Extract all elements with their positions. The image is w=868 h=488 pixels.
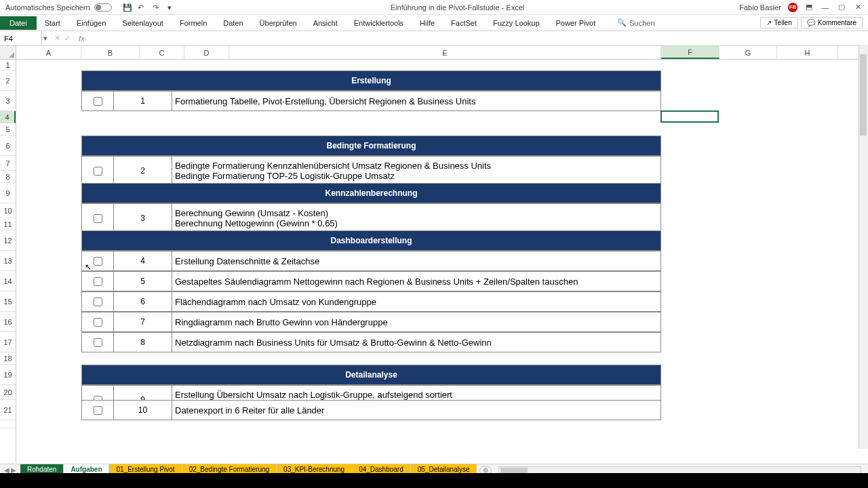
- task-checkbox[interactable]: [94, 277, 102, 286]
- row-header-16[interactable]: 16: [0, 312, 16, 332]
- row-header-20[interactable]: 20: [0, 385, 16, 400]
- name-box[interactable]: F4: [0, 31, 42, 45]
- row-header-13[interactable]: 13: [0, 251, 16, 271]
- qat-dropdown-icon[interactable]: ▾: [167, 3, 176, 12]
- tab-einfügen[interactable]: Einfügen: [68, 16, 114, 30]
- row-header-4[interactable]: 4: [0, 111, 16, 123]
- col-header-E[interactable]: E: [229, 46, 661, 59]
- tab-ansicht[interactable]: Ansicht: [305, 16, 346, 30]
- row-header-18[interactable]: 18: [0, 352, 16, 365]
- row-header-5[interactable]: 5: [0, 123, 16, 136]
- row-header-19[interactable]: 19: [0, 365, 16, 385]
- row-header-14[interactable]: 14: [0, 271, 16, 291]
- save-icon[interactable]: 💾: [123, 3, 131, 12]
- task-number: 10: [114, 401, 172, 420]
- cancel-formula-icon[interactable]: ✕: [54, 34, 60, 43]
- task-checkbox[interactable]: [94, 97, 102, 106]
- ribbon-options-icon[interactable]: ⬒: [804, 3, 814, 12]
- col-header-G[interactable]: G: [719, 46, 777, 59]
- task-description: Formatierung Tabelle, Pivot-Erstellung, …: [172, 92, 660, 110]
- tab-daten[interactable]: Daten: [215, 16, 251, 30]
- tab-seitenlayout[interactable]: Seitenlayout: [114, 16, 172, 30]
- share-icon: ↗: [766, 19, 772, 26]
- task-checkbox[interactable]: [94, 338, 102, 347]
- tab-start[interactable]: Start: [37, 16, 68, 30]
- row-header-21[interactable]: 21: [0, 400, 16, 420]
- row-header-10[interactable]: 10: [0, 203, 16, 218]
- column-headers[interactable]: ABCDEFGH: [16, 46, 868, 60]
- row-header-undefined[interactable]: [0, 420, 16, 428]
- row-header-15[interactable]: 15: [0, 291, 16, 312]
- redo-icon[interactable]: ↷: [153, 3, 161, 12]
- col-header-F[interactable]: F: [661, 46, 719, 59]
- section-header: Kennzahlenberechnung: [81, 183, 661, 203]
- row-header-2[interactable]: 2: [0, 70, 16, 91]
- task-row: 8Netzdiagramm nach Business Units für Um…: [81, 332, 661, 352]
- task-checkbox[interactable]: [94, 406, 102, 415]
- col-header-C[interactable]: C: [140, 46, 184, 59]
- row-header-3[interactable]: 3: [0, 91, 16, 111]
- ribbon-tabs: DateiStartEinfügenSeitenlayoutFormelnDat…: [0, 15, 868, 31]
- tab-datei[interactable]: Datei: [0, 16, 37, 30]
- minimize-icon[interactable]: —: [821, 3, 830, 12]
- task-description: Ringdiagramm nach Brutto Gewinn von Händ…: [172, 312, 660, 331]
- row-header-12[interactable]: 12: [0, 230, 16, 251]
- scrollbar-thumb[interactable]: [860, 54, 867, 136]
- task-description: Flächendiagramm nach Umsatz von Kundengr…: [172, 292, 660, 311]
- task-checkbox[interactable]: [94, 318, 102, 327]
- comments-button[interactable]: 💬Kommentare: [801, 17, 863, 28]
- search-input[interactable]: Suchen: [629, 19, 654, 27]
- task-checkbox[interactable]: [94, 257, 102, 266]
- task-description: Erstellung Datenschnitte & Zeitachse: [172, 251, 660, 270]
- tab-fuzzy lookup[interactable]: Fuzzy Lookup: [485, 16, 547, 30]
- cursor-icon: ↖: [85, 262, 92, 272]
- tab-formeln[interactable]: Formeln: [172, 16, 215, 30]
- autosave-label: Automatisches Speichern: [5, 3, 90, 12]
- task-description: Gestapeltes Säulendiagramm Nettogewinn n…: [172, 272, 660, 291]
- close-icon[interactable]: ✕: [853, 3, 863, 12]
- tab-hilfe[interactable]: Hilfe: [412, 16, 443, 30]
- avatar[interactable]: FB: [788, 3, 797, 12]
- row-header-6[interactable]: 6: [0, 136, 16, 156]
- tab-entwicklertools[interactable]: Entwicklertools: [346, 16, 412, 30]
- tab-factset[interactable]: FactSet: [443, 16, 485, 30]
- user-name[interactable]: Fabio Basler: [739, 3, 781, 12]
- active-cell[interactable]: [660, 110, 719, 123]
- scrollbar-thumb[interactable]: [500, 468, 528, 473]
- tab-power pivot[interactable]: Power Pivot: [548, 16, 604, 30]
- task-number: 1: [114, 92, 172, 110]
- task-checkbox[interactable]: [94, 167, 102, 176]
- row-header-11[interactable]: 11: [0, 218, 16, 230]
- maximize-icon[interactable]: ▢: [837, 3, 846, 12]
- task-number: 4: [114, 251, 172, 270]
- task-checkbox[interactable]: [94, 214, 102, 223]
- row-header-9[interactable]: 9: [0, 183, 16, 203]
- document-title: Einführung in die Pivot-Fallstudie - Exc…: [181, 3, 734, 12]
- task-description: Netzdiagramm nach Business Units für Ums…: [172, 333, 660, 352]
- namebox-dropdown-icon[interactable]: ▾: [42, 34, 49, 43]
- share-button[interactable]: ↗Teilen: [760, 17, 798, 28]
- col-header-D[interactable]: D: [184, 46, 229, 59]
- toggle-switch[interactable]: [94, 3, 112, 12]
- title-bar: Automatisches Speichern 💾 ↶ ↷ ▾ Einführu…: [0, 0, 868, 15]
- task-row: 2Bedingte Formatierung Kennzahlenübersic…: [81, 156, 661, 186]
- fx-icon[interactable]: fx: [76, 35, 87, 43]
- formula-bar: F4 ▾ ✕ ✓ fx: [0, 31, 868, 46]
- autosave-toggle[interactable]: Automatisches Speichern: [0, 3, 117, 12]
- row-header-1[interactable]: 1: [0, 60, 16, 70]
- task-number: 6: [114, 292, 172, 311]
- select-all-cell[interactable]: [0, 46, 16, 60]
- col-header-B[interactable]: B: [81, 46, 140, 59]
- col-header-H[interactable]: H: [777, 46, 838, 59]
- vertical-scrollbar[interactable]: [859, 45, 868, 449]
- row-header-17[interactable]: 17: [0, 332, 16, 352]
- row-header-8[interactable]: 8: [0, 171, 16, 183]
- accept-formula-icon[interactable]: ✓: [64, 34, 71, 43]
- comment-icon: 💬: [807, 19, 815, 26]
- row-header-7[interactable]: 7: [0, 156, 16, 171]
- undo-icon[interactable]: ↶: [138, 3, 146, 12]
- spreadsheet-grid[interactable]: 123456789101112131415161718192021 ABCDEF…: [0, 46, 868, 462]
- task-checkbox[interactable]: [94, 298, 102, 306]
- tab-überprüfen[interactable]: Überprüfen: [252, 16, 305, 30]
- col-header-A[interactable]: A: [16, 46, 81, 59]
